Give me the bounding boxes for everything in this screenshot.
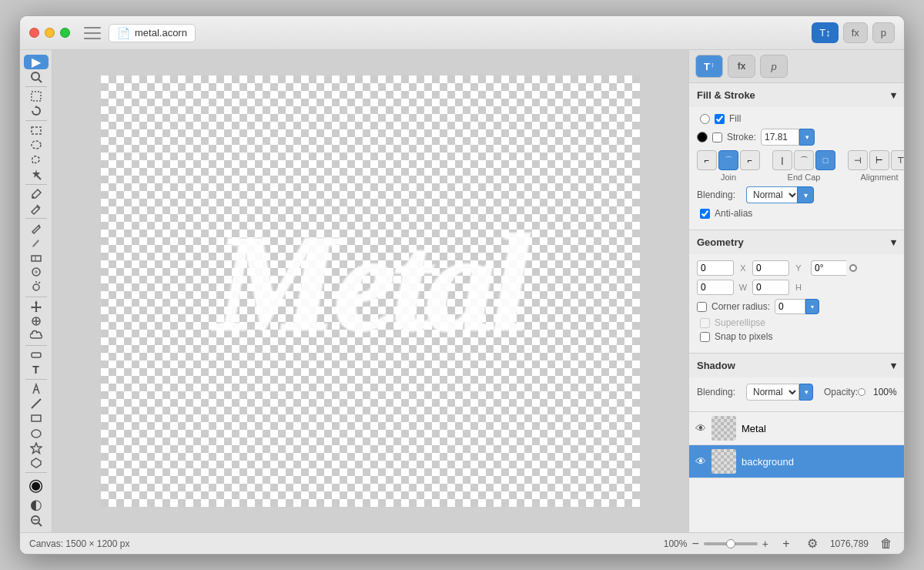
color-tool[interactable]: ◐ xyxy=(24,496,49,513)
w-input[interactable] xyxy=(697,280,734,295)
magic-wand-tool[interactable] xyxy=(24,168,49,182)
alignment-label: Alignment xyxy=(861,173,899,182)
ellipse-select-tool[interactable] xyxy=(24,138,49,152)
endcap-flat[interactable]: | xyxy=(772,150,792,170)
star-shape-tool[interactable] xyxy=(24,441,49,455)
shadow-blending-select[interactable]: Normal xyxy=(746,384,799,401)
pen-tool[interactable] xyxy=(24,382,49,396)
variable-tab-button[interactable]: p xyxy=(872,22,895,43)
circle-tool[interactable]: ◉ xyxy=(24,475,49,495)
blending-row: Blending: Normal ▾ xyxy=(697,186,896,203)
close-button[interactable] xyxy=(29,28,39,38)
fill-stroke-body: Fill Stroke: ▾ xyxy=(689,107,904,230)
maximize-button[interactable] xyxy=(60,28,70,38)
join-bevel[interactable]: ⌐ xyxy=(740,150,760,170)
lasso-tool[interactable] xyxy=(24,153,49,166)
y-label: Y xyxy=(794,263,803,273)
join-endcap-align-row: ⌐ ⌒ ⌐ Join | ⌒ □ End xyxy=(697,150,896,182)
text-tool[interactable]: T xyxy=(24,363,49,377)
corner-radius-input[interactable] xyxy=(775,299,805,314)
clouds-tool[interactable] xyxy=(24,329,49,343)
move-tool[interactable] xyxy=(24,299,49,313)
stroke-arrow[interactable]: ▾ xyxy=(799,129,815,146)
corner-radius-checkbox[interactable] xyxy=(697,302,707,312)
polygon-shape-tool[interactable] xyxy=(24,456,49,470)
h-input[interactable] xyxy=(752,280,789,295)
arrow-tool[interactable]: ▶ xyxy=(24,55,49,69)
layer-item-background[interactable]: 👁 background xyxy=(689,445,904,478)
fx-panel-tab[interactable]: fx xyxy=(728,55,755,78)
fill-checkbox[interactable] xyxy=(715,114,725,124)
join-group: ⌐ ⌒ ⌐ Join xyxy=(697,150,760,182)
ellipse-shape-tool[interactable] xyxy=(24,426,49,440)
crop-tool[interactable] xyxy=(24,89,49,103)
fill-radio[interactable] xyxy=(700,114,710,124)
clone-tool[interactable] xyxy=(24,314,49,328)
layer-item-metal[interactable]: 👁 Metal xyxy=(689,412,904,445)
shadow-header[interactable]: Shadow ▾ xyxy=(689,354,904,377)
corner-radius-arrow[interactable]: ▾ xyxy=(805,299,819,314)
rect-select-tool[interactable] xyxy=(24,123,49,137)
rotate-tool[interactable] xyxy=(24,104,49,118)
blending-arrow[interactable]: ▾ xyxy=(797,186,814,203)
zoom-minus-icon[interactable]: − xyxy=(691,537,698,551)
sidebar-toggle[interactable] xyxy=(84,27,101,39)
canvas-area[interactable]: Metal xyxy=(52,50,688,532)
x-input[interactable] xyxy=(697,260,734,276)
add-layer-button[interactable]: + xyxy=(778,535,795,552)
rotate-dot[interactable] xyxy=(849,264,857,272)
fill-stroke-header[interactable]: Fill & Stroke ▾ xyxy=(689,83,904,107)
alignment-group: ⊣ ⊢ ⊤ Alignment xyxy=(848,150,904,182)
paint-bucket-tool[interactable] xyxy=(24,202,49,216)
canvas[interactable]: Metal xyxy=(101,75,640,507)
svg-rect-2 xyxy=(32,92,41,101)
eyedropper-tool[interactable] xyxy=(24,186,49,200)
align-outside[interactable]: ⊤ xyxy=(891,150,904,170)
typography-tab-button[interactable]: T↕ xyxy=(812,22,838,43)
status-bar: Canvas: 1500 × 1200 px 100% − + + ⚙ 1076… xyxy=(20,532,904,554)
fx-tab-button[interactable]: fx xyxy=(843,22,868,43)
join-round[interactable]: ⌒ xyxy=(718,150,738,170)
svg-line-15 xyxy=(38,282,40,283)
dodge-tool[interactable] xyxy=(24,280,49,294)
variable-panel-tab[interactable]: p xyxy=(760,55,788,78)
left-toolbar: ▶ xyxy=(20,50,52,532)
endcap-square[interactable]: □ xyxy=(815,150,835,170)
brush-tool[interactable] xyxy=(24,236,49,250)
zoom-tool2[interactable] xyxy=(24,514,49,528)
minimize-button[interactable] xyxy=(45,28,55,38)
join-miter[interactable]: ⌐ xyxy=(697,150,717,170)
layer-eye-metal[interactable]: 👁 xyxy=(695,422,706,434)
zoom-slider[interactable] xyxy=(704,542,758,545)
layer-eye-background[interactable]: 👁 xyxy=(695,455,706,468)
rotate-input[interactable] xyxy=(811,260,846,276)
align-center[interactable]: ⊢ xyxy=(869,150,889,170)
zoom-tool[interactable] xyxy=(24,70,49,84)
svg-point-0 xyxy=(32,72,39,80)
superellipse-checkbox[interactable] xyxy=(700,318,710,328)
stroke-checkbox[interactable] xyxy=(712,132,722,142)
endcap-round[interactable]: ⌒ xyxy=(794,150,814,170)
anti-alias-label: Anti-alias xyxy=(715,208,761,219)
zoom-plus-icon[interactable]: + xyxy=(762,538,768,550)
shadow-blending-arrow[interactable]: ▾ xyxy=(799,384,813,401)
typography-panel-tab[interactable]: T↕ xyxy=(695,55,723,78)
trash-button[interactable]: 🗑 xyxy=(878,535,895,552)
eraser-tool[interactable] xyxy=(24,250,49,264)
pencil-tool[interactable] xyxy=(24,221,49,235)
line-tool[interactable] xyxy=(24,397,49,411)
stroke-color-swatch[interactable] xyxy=(697,132,708,142)
gear-button[interactable]: ⚙ xyxy=(804,535,821,552)
document-title: metal.acorn xyxy=(135,27,187,39)
align-inside[interactable]: ⊣ xyxy=(848,150,868,170)
document-tab[interactable]: 📄 metal.acorn xyxy=(109,24,196,42)
y-input[interactable] xyxy=(752,260,789,276)
anti-alias-checkbox[interactable] xyxy=(700,209,710,219)
geometry-header[interactable]: Geometry ▾ xyxy=(689,230,904,254)
snap-pixels-checkbox[interactable] xyxy=(700,332,710,342)
smudge-tool[interactable] xyxy=(24,265,49,279)
rect-shape-tool[interactable] xyxy=(24,411,49,425)
gradient-tool[interactable] xyxy=(24,348,49,362)
blending-select[interactable]: Normal xyxy=(746,186,798,203)
stroke-value-input[interactable] xyxy=(761,129,799,146)
